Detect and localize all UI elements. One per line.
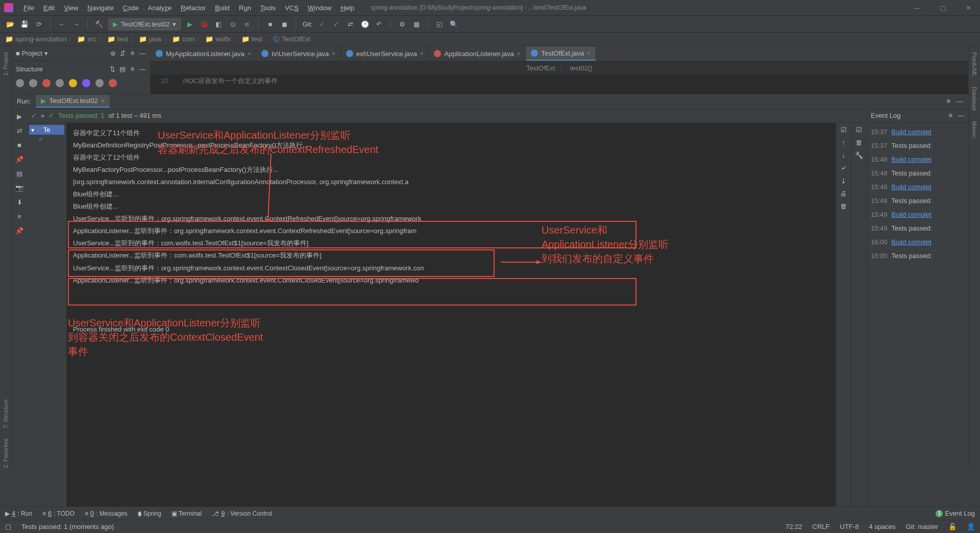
target-icon[interactable]: ⊕ — [110, 49, 116, 57]
pin-icon[interactable]: 📌 — [15, 155, 24, 164]
profile-icon[interactable]: ⊙ — [228, 19, 238, 29]
stop2-icon[interactable]: ◼ — [279, 19, 289, 29]
struct-2-icon[interactable] — [29, 79, 37, 87]
bc-wolfx[interactable]: 📁wolfx — [205, 35, 231, 43]
layout-icon[interactable]: ◱ — [434, 19, 445, 29]
bc-method[interactable]: test02() — [570, 64, 593, 72]
bc-root[interactable]: 📁spring-annotation — [5, 35, 66, 43]
check-icon[interactable]: ✓ — [31, 112, 37, 119]
rside-maven[interactable]: Maven — [970, 119, 978, 140]
menu-window[interactable]: Window — [304, 2, 335, 14]
tab-1[interactable]: tx\UserService.java× — [256, 46, 340, 61]
bb-messages[interactable]: ≡ 0: Messages — [85, 510, 128, 517]
up-icon[interactable]: ↑ — [842, 139, 845, 146]
forward-icon[interactable]: → — [71, 19, 81, 29]
menu-code[interactable]: Code — [119, 2, 143, 14]
menu-build[interactable]: Build — [211, 2, 234, 14]
bb-spring[interactable]: ⬮ Spring — [138, 510, 161, 517]
test-tree[interactable]: ▾ ✓ Te ✓ — [27, 123, 67, 506]
struct-6-icon[interactable] — [82, 79, 90, 87]
tab-4[interactable]: TestOfExt.java× — [526, 46, 596, 61]
rside-database[interactable]: Database — [970, 85, 978, 113]
side-tab-project[interactable]: 1: Project — [2, 50, 10, 78]
struct-3-icon[interactable] — [42, 79, 51, 87]
menu-run[interactable]: Run — [235, 2, 255, 14]
bc-src[interactable]: 📁src — [77, 35, 96, 43]
cursor-pos[interactable]: 72:22 — [786, 523, 802, 530]
wrap-icon[interactable]: ⤶ — [841, 164, 846, 172]
menu-vcs[interactable]: VCS — [281, 2, 303, 14]
run-icon[interactable]: ▶ — [185, 19, 195, 29]
menu-help[interactable]: Help — [336, 2, 358, 14]
bc-java[interactable]: 📁java — [139, 35, 161, 43]
bb-event-log[interactable]: 1 Event Log — [936, 510, 975, 517]
build-icon[interactable]: 🔨 — [94, 19, 104, 29]
tool2-icon[interactable]: ▦ — [411, 19, 422, 29]
hide-icon[interactable]: — — [139, 49, 146, 57]
struct-7-icon[interactable] — [95, 79, 104, 87]
struct-4-icon[interactable] — [56, 79, 64, 87]
camera-icon[interactable]: 📷 — [15, 183, 24, 192]
bc-test2[interactable]: 📁test — [241, 35, 262, 43]
chevron-icon[interactable]: » — [41, 112, 44, 119]
project-dropdown[interactable]: ■ Project ▾ — [16, 49, 48, 57]
menu-analyze[interactable]: Analyze — [144, 2, 176, 14]
maximize-button[interactable]: ▢ — [935, 4, 950, 12]
dump-icon[interactable]: ▤ — [15, 169, 24, 178]
export-icon[interactable]: ⬇ — [15, 197, 24, 207]
encoding[interactable]: UTF-8 — [840, 523, 859, 530]
close-button[interactable]: ✕ — [961, 4, 976, 12]
struct-filter-icon[interactable]: ▤ — [119, 65, 126, 73]
close-icon[interactable]: × — [332, 50, 335, 57]
git-commit-icon[interactable]: ✓ — [331, 19, 341, 29]
stop-icon[interactable]: ■ — [265, 19, 275, 29]
gear-icon[interactable]: ✳ — [130, 49, 135, 57]
close-icon[interactable]: × — [420, 50, 423, 57]
status-icon[interactable]: ▢ — [5, 523, 11, 530]
run-gear-icon[interactable]: ✳ — [946, 97, 951, 105]
trash-icon[interactable]: 🗑 — [855, 139, 862, 146]
bc-com[interactable]: 📁com — [172, 35, 195, 43]
bc-class[interactable]: ⒸTestOfExt — [273, 35, 310, 44]
refresh-icon[interactable]: ⟳ — [34, 19, 44, 29]
expand-icon[interactable]: ⇵ — [120, 49, 126, 57]
git-update-icon[interactable]: ✓ — [317, 19, 327, 29]
struct-hide-icon[interactable]: — — [139, 65, 146, 73]
attach-icon[interactable]: ⎋ — [242, 19, 252, 29]
console-output[interactable]: 容器中定义了11个组件 MyBeanDefinitionRegistryPost… — [67, 123, 836, 506]
struct-5-icon[interactable] — [69, 79, 77, 87]
run-config-selector[interactable]: ▶ TestOfExt.test02 ▾ — [108, 18, 181, 30]
history-icon[interactable]: ≡ — [15, 212, 24, 221]
struct-sort-icon[interactable]: ⇅ — [110, 65, 115, 73]
close-icon[interactable]: × — [587, 50, 590, 56]
back-icon[interactable]: ← — [57, 19, 67, 29]
bb-vcs[interactable]: ⎇ 9: Version Control — [212, 510, 272, 517]
clear-icon[interactable]: 🗑 — [840, 202, 847, 210]
pin2-icon[interactable]: 📌 — [15, 226, 24, 235]
scroll-icon[interactable]: ⤓ — [841, 177, 846, 185]
print-icon[interactable]: 🖨 — [840, 190, 847, 197]
indent[interactable]: 4 spaces — [869, 523, 895, 530]
menu-view[interactable]: View — [60, 2, 82, 14]
toggle-icon[interactable]: ⇄ — [15, 126, 24, 135]
lock-icon[interactable]: 🔓 — [948, 523, 957, 530]
bb-run[interactable]: ▶ 4: Run — [5, 510, 32, 517]
stop-icon[interactable]: ■ — [15, 140, 24, 149]
check2-icon[interactable]: ☑ — [856, 126, 862, 134]
tab-0[interactable]: MyApplicationListener.java× — [151, 46, 256, 61]
tab-2[interactable]: ext\UserService.java× — [341, 46, 429, 61]
struct-1-icon[interactable] — [16, 79, 24, 87]
run-hide-icon[interactable]: — — [957, 97, 963, 105]
close-icon[interactable]: × — [101, 97, 105, 105]
save-icon[interactable]: 💾 — [19, 19, 30, 29]
rside-plantuml[interactable]: PlantUML — [970, 50, 978, 79]
event-log-list[interactable]: 15:37Build complet 15:37Tests passed: 15… — [867, 123, 968, 506]
tool1-icon[interactable]: ⚙ — [397, 19, 407, 29]
bc-test[interactable]: 📁test — [107, 35, 128, 43]
tab-3[interactable]: ApplicationListener.java× — [429, 46, 526, 61]
side-tab-structure[interactable]: 7: Structure — [2, 397, 10, 430]
evt-gear-icon[interactable]: ✳ — [948, 112, 953, 119]
status-person-icon[interactable]: 👤 — [967, 523, 975, 530]
menu-navigate[interactable]: Navigate — [83, 2, 117, 14]
search-icon[interactable]: 🔍 — [449, 19, 459, 29]
